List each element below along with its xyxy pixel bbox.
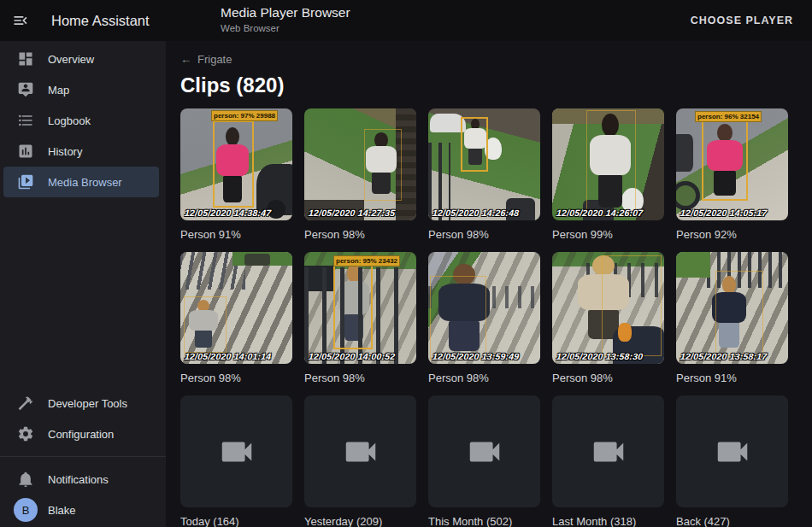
clip-timestamp: 12/05/2020 14:27:35 — [309, 208, 396, 218]
folder-card[interactable]: Today (164) — [180, 395, 292, 527]
clip-card[interactable]: 12/05/2020 13:58:17 Person 91% — [676, 252, 788, 384]
clip-thumbnail[interactable]: 12/05/2020 14:26:48 — [428, 108, 540, 220]
folder-tile[interactable] — [552, 395, 664, 507]
clip-thumbnail[interactable]: 12/05/2020 13:59:49 — [428, 252, 540, 364]
sidebar-item-developer-tools[interactable]: Developer Tools — [3, 388, 159, 419]
sidebar-item-label: Overview — [48, 53, 94, 66]
clip-thumbnail[interactable]: 12/05/2020 14:01:14 — [180, 252, 292, 364]
clip-thumbnail[interactable]: 12/05/2020 14:26:07 — [552, 108, 664, 220]
folder-label: Back (427) — [676, 515, 788, 527]
clip-card[interactable]: 12/05/2020 14:26:48 Person 98% — [428, 108, 540, 241]
folder-label: Last Month (318) — [552, 515, 664, 527]
breadcrumb[interactable]: ← Frigate — [180, 53, 232, 66]
clip-label: Person 99% — [552, 228, 664, 241]
detection-box — [213, 120, 254, 208]
sidebar-item-user[interactable]: B Blake — [3, 495, 159, 525]
detection-box — [702, 119, 748, 201]
sidebar: Overview Map Logbook History Media Brows… — [0, 41, 166, 527]
clips-grid: person: 97% 29988 12/05/2020 14:38:47 Pe… — [180, 108, 812, 527]
back-arrow-icon[interactable]: ← — [180, 53, 191, 66]
folder-tile[interactable] — [180, 395, 292, 507]
clip-label: Person 91% — [180, 228, 292, 241]
sidebar-item-configuration[interactable]: Configuration — [3, 419, 159, 449]
breadcrumb-label[interactable]: Frigate — [197, 53, 232, 66]
clip-thumbnail[interactable]: person: 95% 23432 12/05/2020 14:00:52 — [304, 252, 416, 364]
sidebar-divider — [0, 456, 166, 457]
folder-card[interactable]: Yesterday (209) — [304, 395, 416, 527]
detection-box — [184, 296, 227, 353]
detection-box — [715, 271, 763, 356]
clip-label: Person 98% — [552, 372, 664, 384]
clip-thumbnail[interactable]: 12/05/2020 13:58:17 — [676, 252, 788, 364]
clip-timestamp: 12/05/2020 14:00:52 — [309, 351, 396, 361]
menu-open-button[interactable] — [0, 0, 41, 41]
clip-label: Person 92% — [676, 228, 788, 241]
clip-thumbnail[interactable]: 12/05/2020 13:58:30 — [552, 252, 664, 364]
clip-timestamp: 12/05/2020 13:58:30 — [556, 351, 644, 361]
sidebar-spacer — [0, 197, 166, 388]
clip-label: Person 98% — [304, 372, 416, 384]
clip-thumbnail[interactable]: 12/05/2020 14:27:35 — [304, 108, 416, 220]
clip-card[interactable]: person: 96% 32154 12/05/2020 14:05:17 Pe… — [676, 108, 788, 241]
clip-thumbnail[interactable]: person: 97% 29988 12/05/2020 14:38:47 — [180, 108, 292, 220]
gear-icon — [3, 425, 48, 442]
clip-card[interactable]: 12/05/2020 14:26:07 Person 99% — [552, 108, 664, 241]
video-camera-icon — [341, 432, 380, 471]
clip-thumbnail[interactable]: person: 96% 32154 12/05/2020 14:05:17 — [676, 108, 788, 220]
hammer-icon — [3, 395, 48, 412]
clip-timestamp: 12/05/2020 14:05:17 — [680, 208, 768, 218]
detection-label: person: 96% 32154 — [695, 111, 762, 122]
sidebar-item-logbook[interactable]: Logbook — [3, 105, 159, 136]
menu-open-icon — [12, 12, 29, 29]
folder-card[interactable]: Back (427) — [676, 395, 788, 527]
detection-box — [333, 261, 373, 349]
folder-tile[interactable] — [428, 395, 540, 507]
clip-card[interactable]: person: 97% 29988 12/05/2020 14:38:47 Pe… — [180, 108, 292, 241]
page-header-subtitle: Web Browser — [221, 23, 350, 33]
sidebar-item-overview[interactable]: Overview — [3, 44, 159, 74]
video-camera-icon — [589, 432, 628, 471]
clip-card[interactable]: 12/05/2020 14:01:14 Person 98% — [180, 252, 292, 384]
scene-decoration — [676, 181, 700, 210]
clip-timestamp: 12/05/2020 13:59:49 — [432, 351, 520, 361]
avatar: B — [14, 498, 38, 522]
folder-tile[interactable] — [304, 395, 416, 507]
detection-box — [430, 276, 486, 360]
folder-tile[interactable] — [676, 395, 788, 507]
clip-label: Person 98% — [428, 228, 540, 241]
folder-label: Yesterday (209) — [304, 515, 416, 527]
clip-label: Person 98% — [304, 228, 416, 241]
list-bulleted-icon — [3, 112, 48, 129]
map-person-icon — [3, 81, 48, 98]
page-header-title: Media Player Browser — [221, 5, 350, 20]
detection-box — [364, 129, 402, 201]
user-name-label: Blake — [48, 504, 76, 517]
sidebar-item-map[interactable]: Map — [3, 74, 159, 105]
choose-player-button[interactable]: CHOOSE PLAYER — [685, 14, 798, 27]
video-camera-icon — [713, 432, 752, 471]
clip-card[interactable]: 12/05/2020 13:59:49 Person 98% — [428, 252, 540, 384]
clip-timestamp: 12/05/2020 14:01:14 — [185, 351, 272, 361]
app-title: Home Assistant — [51, 13, 150, 29]
sidebar-item-label: Logbook — [48, 114, 91, 127]
detection-label: person: 97% 29988 — [211, 110, 278, 121]
clip-timestamp: 12/05/2020 14:26:48 — [432, 208, 520, 218]
sidebar-item-label: Map — [48, 84, 69, 97]
detection-box — [602, 255, 662, 356]
sidebar-item-media-browser[interactable]: Media Browser — [3, 167, 159, 197]
bell-icon — [3, 471, 48, 488]
detection-box — [461, 117, 488, 172]
clip-card[interactable]: 12/05/2020 14:27:35 Person 98% — [304, 108, 416, 241]
folder-card[interactable]: This Month (502) — [428, 395, 540, 527]
sidebar-item-label: History — [48, 145, 82, 158]
sidebar-item-label: Configuration — [48, 428, 114, 441]
folder-card[interactable]: Last Month (318) — [552, 395, 664, 527]
clip-card[interactable]: 12/05/2020 13:58:30 Person 98% — [552, 252, 664, 384]
media-browser-content: ← Frigate Clips (820) person: 97% 29988 … — [166, 41, 812, 527]
clip-timestamp: 12/05/2020 14:38:47 — [185, 208, 272, 218]
clip-card[interactable]: person: 95% 23432 12/05/2020 14:00:52 Pe… — [304, 252, 416, 384]
sidebar-item-history[interactable]: History — [3, 136, 159, 167]
clip-label: Person 91% — [676, 372, 788, 384]
chart-box-icon — [3, 143, 48, 160]
sidebar-item-notifications[interactable]: Notifications — [3, 464, 159, 495]
